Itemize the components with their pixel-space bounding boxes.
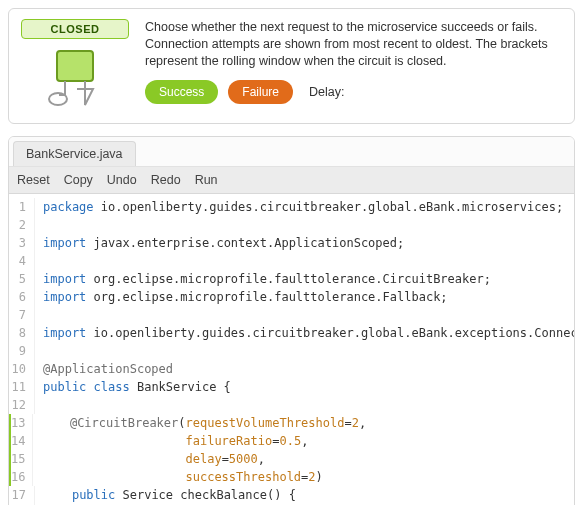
status-column: CLOSED (21, 19, 129, 109)
controls-row: Success Failure Delay: (145, 80, 562, 104)
toolbar-run[interactable]: Run (195, 173, 218, 187)
code-text: successThreshold=2) (41, 468, 574, 486)
line-number: 7 (9, 306, 35, 324)
toolbar-undo[interactable]: Undo (107, 173, 137, 187)
tab-bankservice[interactable]: BankService.java (13, 141, 136, 166)
code-text (43, 216, 574, 234)
code-line: 10@ApplicationScoped (9, 360, 574, 378)
code-text: package io.openliberty.guides.circuitbre… (43, 198, 574, 216)
code-line: 1package io.openliberty.guides.circuitbr… (9, 198, 574, 216)
code-text: import org.eclipse.microprofile.faulttol… (43, 288, 574, 306)
code-editor: BankService.java Reset Copy Undo Redo Ru… (8, 136, 575, 505)
delay-label: Delay: (309, 85, 344, 99)
code-line: 7 (9, 306, 574, 324)
svg-marker-5 (77, 89, 93, 105)
failure-button[interactable]: Failure (228, 80, 293, 104)
code-line: 6import org.eclipse.microprofile.faultto… (9, 288, 574, 306)
line-number: 1 (9, 198, 35, 216)
line-number: 15 (9, 450, 33, 468)
code-text (43, 306, 574, 324)
code-line: 16 successThreshold=2) (9, 468, 574, 486)
code-text: import io.openliberty.guides.circuitbrea… (43, 324, 574, 342)
circuit-closed-icon (25, 45, 125, 109)
line-number: 4 (9, 252, 35, 270)
code-text: import javax.enterprise.context.Applicat… (43, 234, 574, 252)
code-text: failureRatio=0.5, (41, 432, 574, 450)
code-text: import org.eclipse.microprofile.faulttol… (43, 270, 574, 288)
code-line: 13 @CircuitBreaker(requestVolumeThreshol… (9, 414, 574, 432)
line-number: 3 (9, 234, 35, 252)
editor-tab-bar: BankService.java (9, 137, 574, 167)
code-line: 15 delay=5000, (9, 450, 574, 468)
code-text (43, 342, 574, 360)
code-text: @CircuitBreaker(requestVolumeThreshold=2… (41, 414, 574, 432)
line-number: 9 (9, 342, 35, 360)
description-column: Choose whether the next request to the m… (145, 19, 562, 109)
toolbar-copy[interactable]: Copy (64, 173, 93, 187)
line-number: 10 (9, 360, 35, 378)
code-line: 3import javax.enterprise.context.Applica… (9, 234, 574, 252)
line-number: 5 (9, 270, 35, 288)
code-line: 9 (9, 342, 574, 360)
success-button[interactable]: Success (145, 80, 218, 104)
line-number: 12 (9, 396, 35, 414)
code-line: 12 (9, 396, 574, 414)
code-line: 2 (9, 216, 574, 234)
code-text (43, 252, 574, 270)
code-text (43, 396, 574, 414)
line-number: 8 (9, 324, 35, 342)
code-area[interactable]: 1package io.openliberty.guides.circuitbr… (9, 194, 574, 505)
code-line: 11public class BankService { (9, 378, 574, 396)
line-number: 17 (9, 486, 35, 504)
line-number: 16 (9, 468, 33, 486)
circuit-status-panel: CLOSED Choose whether the next request t… (8, 8, 575, 124)
line-number: 14 (9, 432, 33, 450)
code-text: delay=5000, (41, 450, 574, 468)
line-number: 6 (9, 288, 35, 306)
code-text: @ApplicationScoped (43, 360, 574, 378)
code-line: 8import io.openliberty.guides.circuitbre… (9, 324, 574, 342)
line-number: 11 (9, 378, 35, 396)
code-line: 14 failureRatio=0.5, (9, 432, 574, 450)
code-text: public class BankService { (43, 378, 574, 396)
status-badge: CLOSED (21, 19, 129, 39)
code-text: public Service checkBalance() { (43, 486, 574, 504)
code-line: 4 (9, 252, 574, 270)
line-number: 2 (9, 216, 35, 234)
svg-rect-0 (57, 51, 93, 81)
code-line: 5import org.eclipse.microprofile.faultto… (9, 270, 574, 288)
code-line: 17 public Service checkBalance() { (9, 486, 574, 504)
toolbar-reset[interactable]: Reset (17, 173, 50, 187)
line-number: 13 (9, 414, 33, 432)
description-text: Choose whether the next request to the m… (145, 19, 562, 70)
toolbar-redo[interactable]: Redo (151, 173, 181, 187)
editor-toolbar: Reset Copy Undo Redo Run (9, 167, 574, 194)
